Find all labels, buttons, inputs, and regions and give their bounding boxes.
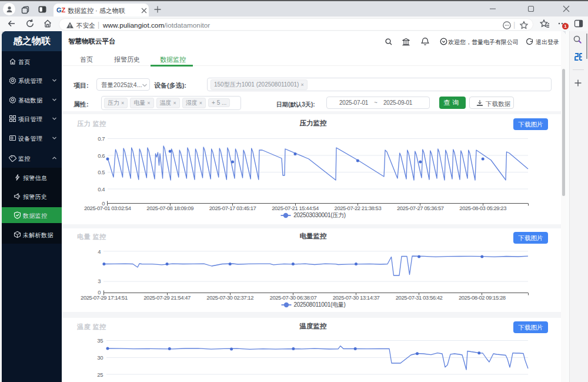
svg-text:2025-07-30 06:38:07: 2025-07-30 06:38:07 bbox=[270, 294, 317, 301]
svg-text:0.7: 0.7 bbox=[98, 135, 105, 142]
svg-text:2025-07-27 05:36:57: 2025-07-27 05:36:57 bbox=[397, 205, 444, 211]
svg-text:2025-07-29 21:54:47: 2025-07-29 21:54:47 bbox=[143, 294, 191, 301]
svg-text:4: 4 bbox=[98, 248, 101, 255]
svg-text:2025-07-29 17:14:51: 2025-07-29 17:14:51 bbox=[81, 294, 128, 301]
svg-text:2025-07-17 03:45:17: 2025-07-17 03:45:17 bbox=[209, 205, 256, 211]
svg-text:2025-07-22 21:38:53: 2025-07-22 21:38:53 bbox=[335, 205, 382, 211]
svg-text:2025-07-31 03:56:42: 2025-07-31 03:56:42 bbox=[396, 294, 443, 301]
svg-text:2025-08-03 05:29:23: 2025-08-03 05:29:23 bbox=[459, 205, 506, 211]
svg-text:25: 25 bbox=[97, 371, 103, 378]
svg-text:2025-07-01 03:02:54: 2025-07-01 03:02:54 bbox=[84, 205, 131, 211]
svg-text:2025-07-30 13:14:37: 2025-07-30 13:14:37 bbox=[333, 294, 380, 301]
svg-text:35: 35 bbox=[97, 337, 103, 344]
svg-text:2025-07-21 15:44:54: 2025-07-21 15:44:54 bbox=[272, 205, 319, 211]
svg-text:2025-07-08 18:09:09: 2025-07-08 18:09:09 bbox=[146, 205, 193, 211]
svg-text:30: 30 bbox=[97, 354, 103, 361]
svg-text:0.5: 0.5 bbox=[98, 169, 105, 175]
svg-text:0.6: 0.6 bbox=[98, 152, 105, 159]
svg-text:2025-08-02 09:15:28: 2025-08-02 09:15:28 bbox=[459, 294, 506, 301]
svg-text:0.4: 0.4 bbox=[98, 186, 105, 192]
svg-text:3: 3 bbox=[98, 278, 101, 284]
svg-text:2025-07-30 02:37:12: 2025-07-30 02:37:12 bbox=[206, 294, 253, 301]
